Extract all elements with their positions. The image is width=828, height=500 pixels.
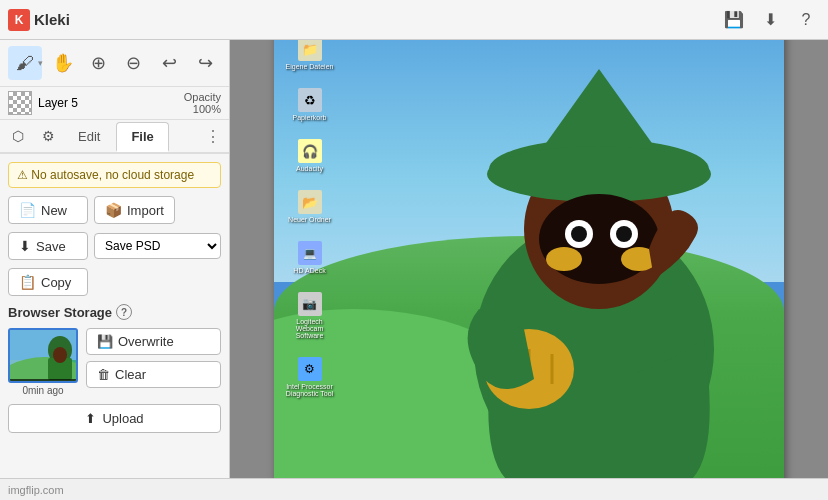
brush-tool-button[interactable]: 🖌	[8, 46, 42, 80]
clear-icon: 🗑	[97, 367, 110, 382]
storage-time: 0min ago	[22, 385, 63, 396]
desktop-icons: 📁 Eigene Dateien ♻ Papierkorb 🎧 Audacity…	[282, 40, 337, 397]
save-icon: ⬇	[19, 238, 31, 254]
files-label: Eigene Dateien	[286, 63, 334, 70]
storage-content: 0min ago 💾 Overwrite 🗑 Clear	[8, 328, 221, 396]
storage-actions: 💾 Overwrite 🗑 Clear	[86, 328, 221, 388]
overwrite-button[interactable]: 💾 Overwrite	[86, 328, 221, 355]
svg-point-13	[571, 226, 587, 242]
layer-row: Layer 5 Opacity 100%	[0, 87, 229, 120]
settings-icon-button[interactable]: ⚙	[34, 120, 62, 152]
tab-edit[interactable]: Edit	[64, 123, 114, 150]
copy-row: 📋 Copy	[8, 268, 221, 296]
new-import-row: 📄 New 📦 Import	[8, 196, 221, 224]
svg-point-9	[487, 146, 711, 202]
bottom-bar-text: imgflip.com	[8, 484, 64, 496]
audacity-icon: 🎧	[298, 139, 322, 163]
storage-thumbnail[interactable]	[8, 328, 78, 383]
desktop-icon-recycle: ♻ Papierkorb	[282, 88, 337, 121]
webcam-label: Logitech Webcam Software	[282, 318, 337, 339]
hand-tool-button[interactable]: ✋	[47, 46, 79, 80]
clear-button[interactable]: 🗑 Clear	[86, 361, 221, 388]
save-button[interactable]: ⬇ Save	[8, 232, 88, 260]
autosave-text: ⚠ No autosave, no cloud storage	[17, 168, 194, 182]
tool-bar: 🖌 ▾ ✋ ⊕ ⊖ ↩ ↪	[0, 40, 229, 87]
desktop-icon-audacity: 🎧 Audacity	[282, 139, 337, 172]
new-icon: 📄	[19, 202, 36, 218]
overwrite-label: Overwrite	[118, 334, 174, 349]
import-button[interactable]: 📦 Import	[94, 196, 175, 224]
copy-button[interactable]: 📋 Copy	[8, 268, 88, 296]
zoom-out-button[interactable]: ⊖	[118, 46, 150, 80]
import-icon: 📦	[105, 202, 122, 218]
copy-label: Copy	[41, 275, 71, 290]
desktop-icon-files: 📁 Eigene Dateien	[282, 40, 337, 70]
undo-button[interactable]: ↩	[154, 46, 186, 80]
save-topbar-button[interactable]: 💾	[720, 6, 748, 34]
layer-name: Layer 5	[38, 96, 178, 110]
tab-bar: ⬡ ⚙ Edit File ⋮	[0, 120, 229, 154]
character-illustration	[424, 59, 764, 478]
storage-thumb-inner	[10, 330, 76, 381]
audacity-label: Audacity	[296, 165, 323, 172]
folder-icon: 📂	[298, 190, 322, 214]
desktop-icon-webcam: 📷 Logitech Webcam Software	[282, 292, 337, 339]
browser-storage-label: Browser Storage	[8, 305, 112, 320]
storage-thumbnail-container: 0min ago	[8, 328, 78, 396]
new-label: New	[41, 203, 67, 218]
recycle-label: Papierkorb	[293, 114, 327, 121]
bottom-bar: imgflip.com	[0, 478, 828, 500]
upload-icon: ⬆	[85, 411, 96, 426]
clear-label: Clear	[115, 367, 146, 382]
folder-label: Neuer Ordner	[288, 216, 331, 223]
files-icon: 📁	[298, 40, 322, 61]
tab-more-icon[interactable]: ⋮	[201, 120, 225, 152]
canvas-image: 📁 Eigene Dateien ♻ Papierkorb 🎧 Audacity…	[274, 40, 784, 478]
brush-tool-group: 🖌 ▾	[8, 46, 43, 80]
intel-label: Intel Processor Diagnostic Tool	[282, 383, 337, 397]
logo-icon: K	[8, 9, 30, 31]
help-icon[interactable]: ?	[116, 304, 132, 320]
zoom-in-button[interactable]: ⊕	[83, 46, 115, 80]
autosave-warning: ⚠ No autosave, no cloud storage	[8, 162, 221, 188]
overwrite-icon: 💾	[97, 334, 113, 349]
top-bar: K Kleki 💾 ⬇ ?	[0, 0, 828, 40]
download-button[interactable]: ⬇	[756, 6, 784, 34]
recycle-icon: ♻	[298, 88, 322, 112]
canvas-area: 📁 Eigene Dateien ♻ Papierkorb 🎧 Audacity…	[230, 40, 828, 478]
webcam-icon: 📷	[298, 292, 322, 316]
hdadeck-label: HD ADeck	[293, 267, 325, 274]
intel-icon: ⚙	[298, 357, 322, 381]
tab-file[interactable]: File	[116, 122, 168, 152]
new-button[interactable]: 📄 New	[8, 196, 88, 224]
app-name: Kleki	[34, 11, 70, 28]
layer-thumbnail	[8, 91, 32, 115]
svg-point-4	[53, 347, 67, 363]
file-panel: ⚠ No autosave, no cloud storage 📄 New 📦 …	[0, 154, 229, 478]
layer-opacity: Opacity 100%	[184, 91, 221, 115]
svg-point-15	[546, 247, 582, 271]
save-format-select[interactable]: Save PSD Save PNG Save JPEG	[94, 233, 221, 259]
copy-icon: 📋	[19, 274, 36, 290]
desktop-icon-folder: 📂 Neuer Ordner	[282, 190, 337, 223]
app-logo: K Kleki	[8, 9, 70, 31]
opacity-label: Opacity	[184, 91, 221, 103]
upload-button[interactable]: ⬆ Upload	[8, 404, 221, 433]
storage-preview-svg	[10, 330, 78, 383]
svg-point-14	[616, 226, 632, 242]
redo-button[interactable]: ↪	[189, 46, 221, 80]
opacity-value: 100%	[184, 103, 221, 115]
save-label: Save	[36, 239, 66, 254]
save-row: ⬇ Save Save PSD Save PNG Save JPEG	[8, 232, 221, 260]
left-panel: 🖌 ▾ ✋ ⊕ ⊖ ↩ ↪ Layer 5 Opacity 100% ⬡ ⚙ E…	[0, 40, 230, 478]
browser-storage-title: Browser Storage ?	[8, 304, 221, 320]
import-label: Import	[127, 203, 164, 218]
hdadeck-icon: 💻	[298, 241, 322, 265]
layers-icon-button[interactable]: ⬡	[4, 120, 32, 152]
brush-arrow-icon: ▾	[38, 58, 43, 68]
help-button[interactable]: ?	[792, 6, 820, 34]
canvas-wrapper: 📁 Eigene Dateien ♻ Papierkorb 🎧 Audacity…	[274, 40, 784, 478]
desktop-icon-hdadeck: 💻 HD ADeck	[282, 241, 337, 274]
desktop-icon-intel: ⚙ Intel Processor Diagnostic Tool	[282, 357, 337, 397]
upload-label: Upload	[102, 411, 143, 426]
